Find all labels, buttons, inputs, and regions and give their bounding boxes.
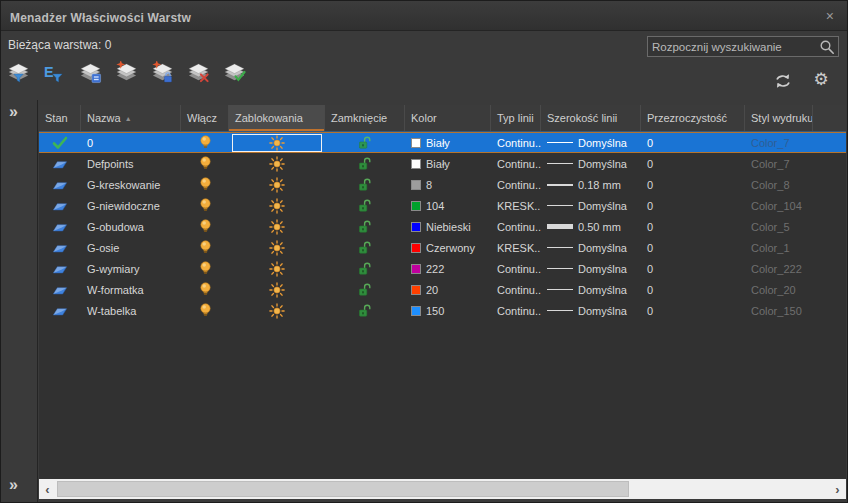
search-input[interactable]: [648, 41, 818, 53]
cell-transparency[interactable]: 0: [641, 153, 745, 174]
cell-transparency[interactable]: 0: [641, 174, 745, 195]
cell-name[interactable]: W-formatka: [81, 279, 181, 300]
cell-color[interactable]: Czerwony: [405, 237, 491, 258]
cell-transparency[interactable]: 0: [641, 258, 745, 279]
cell-freeze[interactable]: [229, 300, 325, 321]
column-header-lineweight[interactable]: Szerokość linii: [541, 105, 641, 131]
cell-transparency[interactable]: 0: [641, 216, 745, 237]
cell-linetype[interactable]: KRESK...: [491, 195, 541, 216]
cell-on[interactable]: [181, 237, 229, 258]
scroll-right-arrow[interactable]: ›: [829, 479, 846, 499]
column-header-transparency[interactable]: Przezroczystość: [641, 105, 745, 131]
cell-linetype[interactable]: Continu...: [491, 258, 541, 279]
cell-color[interactable]: Niebieski: [405, 216, 491, 237]
cell-lineweight[interactable]: 0.50 mm: [541, 216, 641, 237]
gear-icon[interactable]: ⚙: [810, 67, 832, 91]
scrollbar-thumb[interactable]: [57, 481, 629, 497]
cell-color[interactable]: 150: [405, 300, 491, 321]
cell-lineweight[interactable]: 0.18 mm: [541, 174, 641, 195]
cell-color[interactable]: 104: [405, 195, 491, 216]
cell-transparency[interactable]: 0: [641, 300, 745, 321]
cell-name[interactable]: 0: [81, 133, 181, 152]
cell-name[interactable]: G-wymiary: [81, 258, 181, 279]
layer-states-manager-button[interactable]: [76, 58, 104, 86]
cell-transparency[interactable]: 0: [641, 195, 745, 216]
cell-lock[interactable]: [325, 300, 405, 321]
new-property-filter-button[interactable]: [4, 58, 32, 86]
cell-linetype[interactable]: Continu...: [491, 279, 541, 300]
cell-name[interactable]: G-osie: [81, 237, 181, 258]
layer-row[interactable]: G-niewidoczne104KRESK...Domyślna0Color_1…: [39, 195, 846, 216]
layer-row[interactable]: G-obudowaNiebieskiContinu...0.50 mm0Colo…: [39, 216, 846, 237]
cell-lock[interactable]: [325, 279, 405, 300]
column-header-plotstyle[interactable]: Styl wydruku: [745, 105, 813, 131]
cell-freeze[interactable]: [229, 133, 325, 152]
layer-row[interactable]: DefpointsBiałyContinu...Domyślna0Color_7: [39, 153, 846, 174]
cell-lock[interactable]: [325, 195, 405, 216]
delete-layer-button[interactable]: [184, 58, 212, 86]
cell-name[interactable]: G-obudowa: [81, 216, 181, 237]
horizontal-scrollbar[interactable]: ‹ ›: [39, 479, 846, 499]
cell-color[interactable]: 222: [405, 258, 491, 279]
cell-lineweight[interactable]: Domyślna: [541, 153, 641, 174]
cell-lock[interactable]: [325, 153, 405, 174]
expand-filter-list-icon[interactable]: »: [9, 476, 18, 494]
column-header-on[interactable]: Włącz: [181, 105, 229, 131]
cell-freeze[interactable]: [229, 237, 325, 258]
cell-lineweight[interactable]: Domyślna: [541, 133, 641, 152]
column-header-stan[interactable]: Stan: [39, 105, 81, 131]
cell-freeze[interactable]: [229, 174, 325, 195]
column-header-name[interactable]: Nazwa▲: [81, 105, 181, 131]
cell-lock[interactable]: [325, 133, 405, 152]
search-box[interactable]: [647, 36, 839, 57]
refresh-icon[interactable]: [772, 71, 794, 91]
column-header-linetype[interactable]: Typ linii: [491, 105, 541, 131]
column-header-color[interactable]: Kolor: [405, 105, 491, 131]
cell-name[interactable]: Defpoints: [81, 153, 181, 174]
cell-lineweight[interactable]: Domyślna: [541, 279, 641, 300]
cell-linetype[interactable]: Continu...: [491, 216, 541, 237]
new-layer-button[interactable]: [112, 58, 140, 86]
cell-linetype[interactable]: Continu...: [491, 133, 541, 152]
cell-name[interactable]: W-tabelka: [81, 300, 181, 321]
cell-on[interactable]: [181, 174, 229, 195]
cell-freeze[interactable]: [229, 153, 325, 174]
cell-on[interactable]: [181, 216, 229, 237]
cell-color[interactable]: 20: [405, 279, 491, 300]
cell-lineweight[interactable]: Domyślna: [541, 237, 641, 258]
cell-lock[interactable]: [325, 174, 405, 195]
column-header-lock[interactable]: Zamknięcie: [325, 105, 405, 131]
cell-transparency[interactable]: 0: [641, 279, 745, 300]
layer-row[interactable]: G-kreskowanie8Continu...0.18 mm0Color_8: [39, 174, 846, 195]
titlebar[interactable]: Menadżer Właściwości Warstw ×: [1, 1, 847, 31]
layer-row[interactable]: W-tabelka150Continu...Domyślna0Color_150: [39, 300, 846, 321]
cell-name[interactable]: G-kreskowanie: [81, 174, 181, 195]
cell-lineweight[interactable]: Domyślna: [541, 195, 641, 216]
layer-row[interactable]: G-wymiary222Continu...Domyślna0Color_222: [39, 258, 846, 279]
set-current-layer-button[interactable]: [220, 58, 248, 86]
cell-linetype[interactable]: KRESK...: [491, 237, 541, 258]
cell-lock[interactable]: [325, 216, 405, 237]
layer-row[interactable]: G-osieCzerwonyKRESK...Domyślna0Color_1: [39, 237, 846, 258]
scroll-left-arrow[interactable]: ‹: [39, 479, 56, 499]
cell-lineweight[interactable]: Domyślna: [541, 300, 641, 321]
cell-color[interactable]: Biały: [405, 153, 491, 174]
new-group-filter-button[interactable]: E: [40, 58, 68, 86]
cell-lineweight[interactable]: Domyślna: [541, 258, 641, 279]
cell-linetype[interactable]: Continu...: [491, 174, 541, 195]
cell-freeze[interactable]: [229, 216, 325, 237]
cell-lock[interactable]: [325, 258, 405, 279]
cell-on[interactable]: [181, 300, 229, 321]
column-header-freeze[interactable]: Zablokowania: [229, 105, 325, 131]
expand-filter-tree-icon[interactable]: »: [9, 103, 18, 121]
cell-color[interactable]: 8: [405, 174, 491, 195]
cell-linetype[interactable]: Continu...: [491, 300, 541, 321]
cell-color[interactable]: Biały: [405, 133, 491, 152]
new-frozen-layer-button[interactable]: [148, 58, 176, 86]
close-icon[interactable]: ×: [823, 8, 837, 24]
cell-freeze[interactable]: [229, 279, 325, 300]
cell-on[interactable]: [181, 258, 229, 279]
cell-freeze[interactable]: [229, 258, 325, 279]
cell-name[interactable]: G-niewidoczne: [81, 195, 181, 216]
scrollbar-track[interactable]: [56, 479, 829, 499]
